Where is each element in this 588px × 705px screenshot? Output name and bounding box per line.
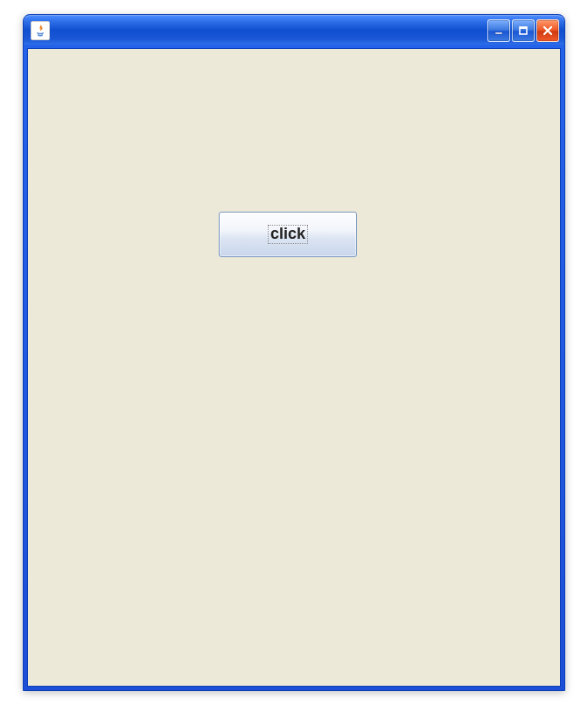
click-button[interactable]: click: [219, 212, 357, 257]
titlebar-controls: [487, 19, 559, 42]
minimize-button[interactable]: [487, 19, 510, 42]
svg-rect-2: [520, 27, 527, 29]
window-border: click: [24, 45, 564, 690]
content-pane: click: [27, 48, 561, 687]
java-icon: [31, 21, 50, 40]
window-title: [50, 30, 487, 31]
titlebar[interactable]: [24, 15, 564, 45]
window-frame: click: [23, 14, 565, 691]
svg-rect-0: [495, 32, 502, 34]
maximize-button[interactable]: [512, 19, 535, 42]
close-button[interactable]: [536, 19, 559, 42]
click-button-label: click: [268, 225, 308, 244]
